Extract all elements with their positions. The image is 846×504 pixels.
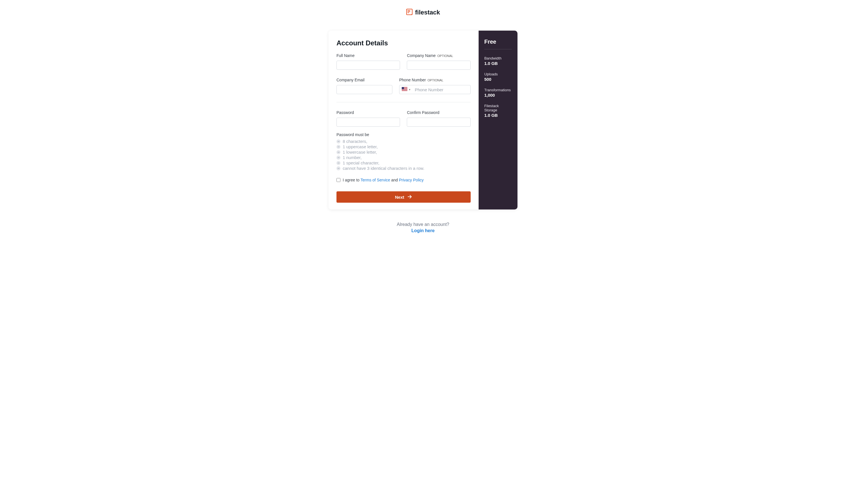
- stat-label: Bandwidth: [484, 56, 512, 60]
- agree-checkbox[interactable]: [336, 178, 341, 182]
- hint-bullet-icon: −: [336, 166, 341, 170]
- phone-input[interactable]: [413, 87, 470, 92]
- hint-bullet-icon: −: [336, 156, 341, 160]
- stat-value: 1,000: [484, 93, 512, 97]
- hint-bullet-icon: −: [336, 145, 341, 149]
- confirm-password-label: Confirm Password: [407, 110, 470, 115]
- hint-bullet-icon: −: [336, 150, 341, 154]
- password-input[interactable]: [336, 118, 400, 127]
- next-button[interactable]: Next: [336, 191, 471, 203]
- password-hint-list: −8 characters, −1 uppercase letter, −1 l…: [336, 139, 471, 171]
- logo: filestack: [406, 8, 440, 16]
- plan-stat: Filestack Storage 1.0 GB: [484, 104, 512, 118]
- form-panel: Account Details Full Name Company Name O…: [329, 31, 479, 210]
- footer: Already have an account? Login here: [397, 222, 449, 233]
- plan-panel: Free Bandwidth 1.0 GB Uploads 500 Transf…: [479, 31, 517, 210]
- stat-value: 1.0 GB: [484, 113, 512, 118]
- confirm-password-field-group: Confirm Password: [407, 110, 470, 127]
- phone-input-wrapper: ▼: [399, 85, 471, 94]
- chevron-down-icon: ▼: [409, 88, 411, 91]
- login-link[interactable]: Login here: [411, 228, 435, 233]
- phone-field-group: Phone Number OPTIONAL: [399, 78, 471, 94]
- company-name-field-group: Company Name OPTIONAL: [407, 53, 470, 70]
- password-field-group: Password: [336, 110, 400, 127]
- password-label: Password: [336, 110, 400, 115]
- company-name-input[interactable]: [407, 61, 470, 70]
- country-selector[interactable]: ▼: [399, 87, 413, 92]
- stat-value: 1.0 GB: [484, 61, 512, 66]
- plan-name: Free: [484, 39, 512, 45]
- full-name-label: Full Name: [336, 53, 400, 58]
- footer-text: Already have an account?: [397, 222, 449, 227]
- agree-text: I agree to Terms of Service and Privacy …: [343, 178, 424, 182]
- plan-stat: Transformations 1,000: [484, 88, 512, 97]
- company-email-field-group: Company Email: [336, 78, 392, 94]
- password-hint-item: −8 characters,: [336, 139, 471, 144]
- password-hint-item: −1 uppercase letter,: [336, 144, 471, 149]
- stat-label: Transformations: [484, 88, 512, 92]
- optional-tag: OPTIONAL: [437, 54, 453, 57]
- stat-value: 500: [484, 77, 512, 82]
- plan-stat: Bandwidth 1.0 GB: [484, 56, 512, 66]
- privacy-link[interactable]: Privacy Policy: [399, 178, 424, 182]
- svg-rect-7: [402, 90, 408, 91]
- filestack-logo-icon: [406, 8, 413, 16]
- us-flag-icon: [402, 87, 408, 92]
- phone-label: Phone Number OPTIONAL: [399, 78, 471, 82]
- page-title: Account Details: [336, 39, 471, 47]
- tos-link[interactable]: Terms of Service: [361, 178, 390, 182]
- signup-card: Account Details Full Name Company Name O…: [329, 31, 517, 210]
- svg-rect-8: [402, 87, 404, 89]
- password-hint-item: −1 number,: [336, 155, 471, 160]
- optional-tag: OPTIONAL: [428, 78, 444, 82]
- agree-row: I agree to Terms of Service and Privacy …: [336, 178, 471, 182]
- hint-bullet-icon: −: [336, 161, 341, 165]
- company-name-label: Company Name OPTIONAL: [407, 53, 470, 58]
- divider: [336, 102, 471, 102]
- password-hint-item: −cannot have 3 identical characters in a…: [336, 165, 471, 171]
- plan-stat: Uploads 500: [484, 72, 512, 82]
- company-email-label: Company Email: [336, 78, 392, 82]
- logo-text: filestack: [415, 9, 440, 16]
- password-hint-title: Password must be: [336, 132, 471, 137]
- stat-label: Filestack Storage: [484, 104, 512, 112]
- full-name-field-group: Full Name: [336, 53, 400, 70]
- arrow-right-icon: [407, 194, 412, 200]
- confirm-password-input[interactable]: [407, 118, 470, 127]
- plan-divider: [484, 49, 512, 49]
- password-hint-item: −1 lowercase letter,: [336, 149, 471, 155]
- svg-rect-5: [402, 89, 408, 90]
- company-email-input[interactable]: [336, 85, 392, 94]
- hint-bullet-icon: −: [336, 140, 341, 143]
- full-name-input[interactable]: [336, 61, 400, 70]
- stat-label: Uploads: [484, 72, 512, 76]
- password-hint-item: −1 special character,: [336, 160, 471, 165]
